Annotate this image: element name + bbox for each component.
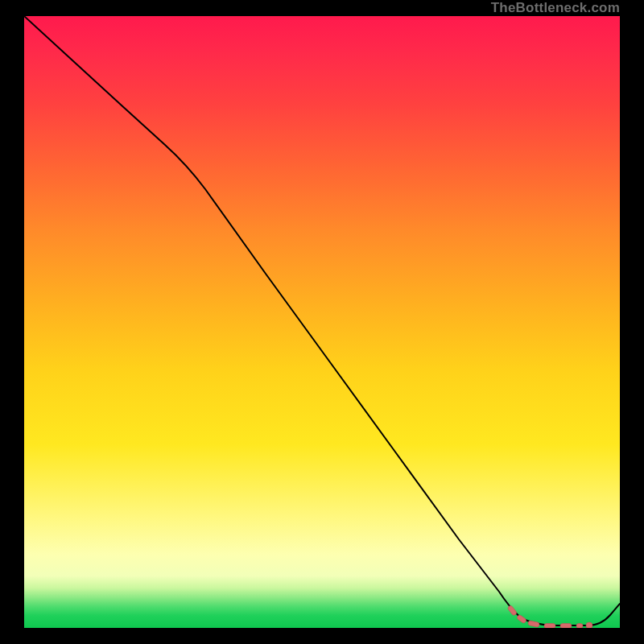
- series-curve: [24, 16, 620, 625]
- svg-rect-2: [528, 621, 540, 628]
- svg-rect-1: [516, 614, 526, 624]
- dashed-highlight: [507, 605, 583, 628]
- end-dot: [586, 622, 592, 628]
- svg-rect-4: [560, 624, 572, 629]
- watermark-text: TheBottleneck.com: [491, 0, 620, 16]
- svg-rect-0: [507, 605, 518, 616]
- chart-svg: [24, 16, 620, 628]
- chart-stage: TheBottleneck.com: [0, 0, 644, 644]
- plot-area: [24, 16, 620, 628]
- svg-rect-5: [576, 624, 583, 629]
- svg-rect-3: [544, 624, 555, 629]
